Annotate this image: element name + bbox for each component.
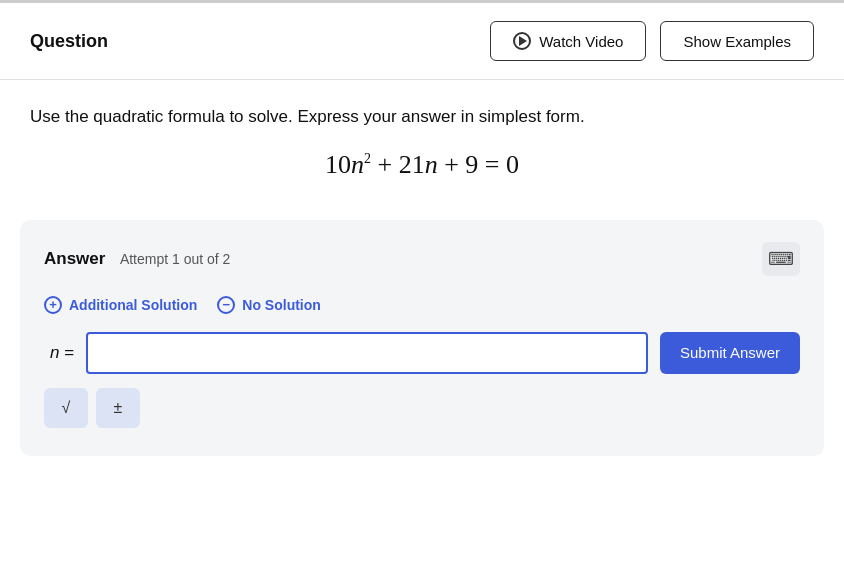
sqrt-icon: √ [62,399,71,417]
answer-title-group: Answer Attempt 1 out of 2 [44,249,230,269]
additional-solution-button[interactable]: + Additional Solution [44,296,197,314]
plusminus-icon: ± [114,399,123,417]
keyboard-icon: ⌨ [768,248,794,270]
play-icon [513,32,531,50]
watch-video-button[interactable]: Watch Video [490,21,646,61]
answer-title: Answer [44,249,105,268]
answer-section: Answer Attempt 1 out of 2 ⌨ + Additional… [20,220,824,456]
sqrt-button[interactable]: √ [44,388,88,428]
header-left: Question [30,31,108,52]
answer-options: + Additional Solution − No Solution [44,296,800,314]
math-equation: 10n2 + 21n + 9 = 0 [325,150,519,180]
answer-input[interactable] [86,332,648,374]
problem-instruction: Use the quadratic formula to solve. Expr… [30,104,814,130]
submit-answer-button[interactable]: Submit Answer [660,332,800,374]
problem-section: Use the quadratic formula to solve. Expr… [0,80,844,210]
page-header: Question Watch Video Show Examples [0,3,844,80]
play-triangle-icon [519,36,527,46]
plus-circle-icon: + [44,296,62,314]
equation-display: 10n2 + 21n + 9 = 0 [30,148,814,180]
input-row: n = Submit Answer [44,332,800,374]
show-examples-label: Show Examples [683,33,791,50]
submit-label: Submit Answer [680,344,780,361]
no-solution-button[interactable]: − No Solution [217,296,321,314]
n-label: n = [44,343,74,363]
keyboard-button[interactable]: ⌨ [762,242,800,276]
math-buttons: √ ± [44,388,800,428]
attempt-text: Attempt 1 out of 2 [120,251,231,267]
minus-circle-icon: − [217,296,235,314]
answer-header: Answer Attempt 1 out of 2 ⌨ [44,242,800,276]
header-buttons: Watch Video Show Examples [490,21,814,61]
question-label: Question [30,31,108,52]
show-examples-button[interactable]: Show Examples [660,21,814,61]
no-solution-label: No Solution [242,297,321,313]
plusminus-button[interactable]: ± [96,388,140,428]
additional-solution-label: Additional Solution [69,297,197,313]
watch-video-label: Watch Video [539,33,623,50]
